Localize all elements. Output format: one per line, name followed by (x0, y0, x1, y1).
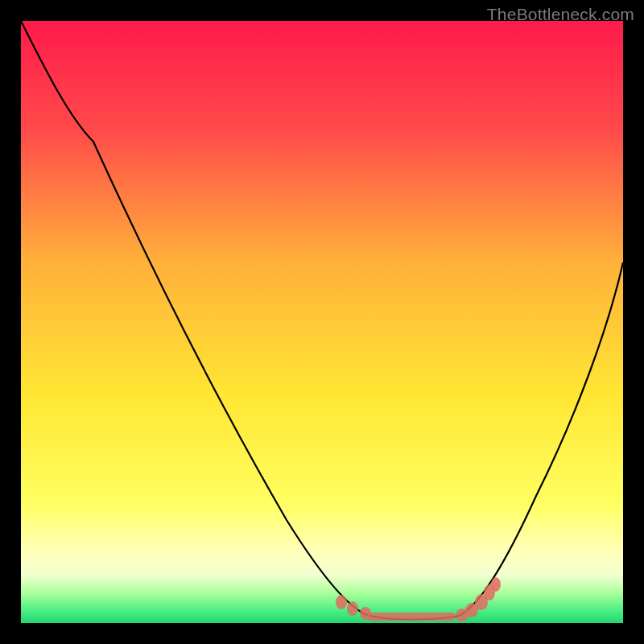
chart-frame (21, 21, 623, 623)
highlight-markers (336, 577, 501, 621)
chart-svg (21, 21, 623, 623)
svg-point-2 (347, 601, 358, 616)
svg-rect-4 (367, 613, 456, 621)
svg-point-1 (336, 595, 347, 609)
svg-point-9 (491, 577, 501, 592)
watermark-text: TheBottleneck.com (487, 5, 634, 24)
bottleneck-curve (21, 21, 623, 620)
